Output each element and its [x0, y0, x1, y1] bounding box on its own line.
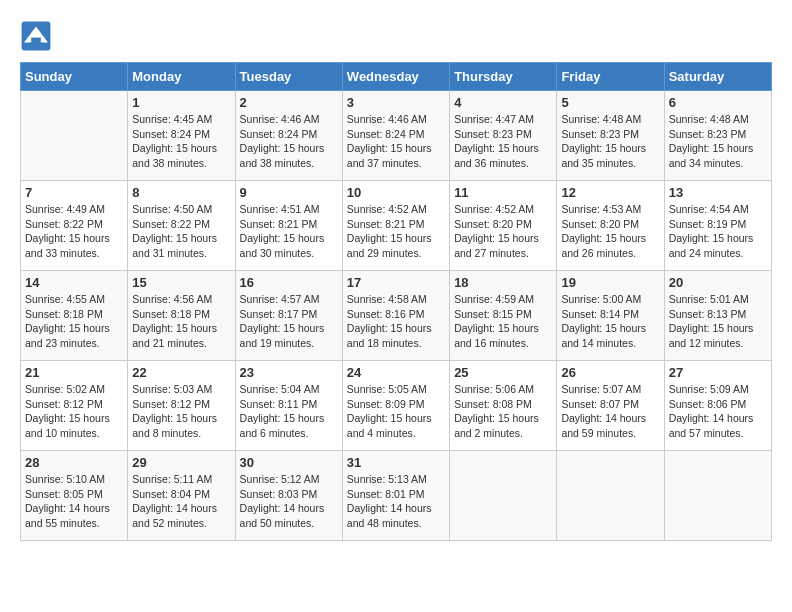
day-number: 3 — [347, 95, 445, 110]
calendar-cell: 3Sunrise: 4:46 AM Sunset: 8:24 PM Daylig… — [342, 91, 449, 181]
day-info: Sunrise: 4:57 AM Sunset: 8:17 PM Dayligh… — [240, 292, 338, 351]
day-number: 29 — [132, 455, 230, 470]
weekday-header-monday: Monday — [128, 63, 235, 91]
calendar-week-4: 21Sunrise: 5:02 AM Sunset: 8:12 PM Dayli… — [21, 361, 772, 451]
calendar-cell: 31Sunrise: 5:13 AM Sunset: 8:01 PM Dayli… — [342, 451, 449, 541]
calendar-cell — [664, 451, 771, 541]
day-info: Sunrise: 5:03 AM Sunset: 8:12 PM Dayligh… — [132, 382, 230, 441]
calendar-cell — [21, 91, 128, 181]
day-info: Sunrise: 4:55 AM Sunset: 8:18 PM Dayligh… — [25, 292, 123, 351]
day-info: Sunrise: 4:52 AM Sunset: 8:20 PM Dayligh… — [454, 202, 552, 261]
calendar-week-5: 28Sunrise: 5:10 AM Sunset: 8:05 PM Dayli… — [21, 451, 772, 541]
day-number: 16 — [240, 275, 338, 290]
day-number: 12 — [561, 185, 659, 200]
day-number: 22 — [132, 365, 230, 380]
day-number: 6 — [669, 95, 767, 110]
day-number: 26 — [561, 365, 659, 380]
calendar-cell: 16Sunrise: 4:57 AM Sunset: 8:17 PM Dayli… — [235, 271, 342, 361]
day-info: Sunrise: 5:05 AM Sunset: 8:09 PM Dayligh… — [347, 382, 445, 441]
calendar-cell: 24Sunrise: 5:05 AM Sunset: 8:09 PM Dayli… — [342, 361, 449, 451]
day-number: 27 — [669, 365, 767, 380]
day-info: Sunrise: 5:11 AM Sunset: 8:04 PM Dayligh… — [132, 472, 230, 531]
calendar-cell: 22Sunrise: 5:03 AM Sunset: 8:12 PM Dayli… — [128, 361, 235, 451]
day-number: 23 — [240, 365, 338, 380]
calendar-week-1: 1Sunrise: 4:45 AM Sunset: 8:24 PM Daylig… — [21, 91, 772, 181]
day-number: 28 — [25, 455, 123, 470]
day-number: 13 — [669, 185, 767, 200]
calendar-cell: 18Sunrise: 4:59 AM Sunset: 8:15 PM Dayli… — [450, 271, 557, 361]
calendar-cell: 15Sunrise: 4:56 AM Sunset: 8:18 PM Dayli… — [128, 271, 235, 361]
calendar-cell: 5Sunrise: 4:48 AM Sunset: 8:23 PM Daylig… — [557, 91, 664, 181]
calendar-cell: 14Sunrise: 4:55 AM Sunset: 8:18 PM Dayli… — [21, 271, 128, 361]
calendar-cell: 30Sunrise: 5:12 AM Sunset: 8:03 PM Dayli… — [235, 451, 342, 541]
calendar-cell: 11Sunrise: 4:52 AM Sunset: 8:20 PM Dayli… — [450, 181, 557, 271]
day-info: Sunrise: 4:46 AM Sunset: 8:24 PM Dayligh… — [240, 112, 338, 171]
day-number: 2 — [240, 95, 338, 110]
day-number: 17 — [347, 275, 445, 290]
calendar-cell: 8Sunrise: 4:50 AM Sunset: 8:22 PM Daylig… — [128, 181, 235, 271]
logo-icon — [20, 20, 52, 52]
day-info: Sunrise: 4:48 AM Sunset: 8:23 PM Dayligh… — [669, 112, 767, 171]
calendar-cell: 9Sunrise: 4:51 AM Sunset: 8:21 PM Daylig… — [235, 181, 342, 271]
calendar-week-3: 14Sunrise: 4:55 AM Sunset: 8:18 PM Dayli… — [21, 271, 772, 361]
day-info: Sunrise: 5:07 AM Sunset: 8:07 PM Dayligh… — [561, 382, 659, 441]
day-info: Sunrise: 5:01 AM Sunset: 8:13 PM Dayligh… — [669, 292, 767, 351]
calendar-body: 1Sunrise: 4:45 AM Sunset: 8:24 PM Daylig… — [21, 91, 772, 541]
calendar-cell — [557, 451, 664, 541]
day-number: 30 — [240, 455, 338, 470]
day-info: Sunrise: 4:50 AM Sunset: 8:22 PM Dayligh… — [132, 202, 230, 261]
day-info: Sunrise: 4:47 AM Sunset: 8:23 PM Dayligh… — [454, 112, 552, 171]
day-number: 14 — [25, 275, 123, 290]
day-number: 19 — [561, 275, 659, 290]
day-info: Sunrise: 5:00 AM Sunset: 8:14 PM Dayligh… — [561, 292, 659, 351]
day-info: Sunrise: 4:46 AM Sunset: 8:24 PM Dayligh… — [347, 112, 445, 171]
calendar-cell — [450, 451, 557, 541]
calendar-cell: 7Sunrise: 4:49 AM Sunset: 8:22 PM Daylig… — [21, 181, 128, 271]
day-number: 5 — [561, 95, 659, 110]
calendar-cell: 17Sunrise: 4:58 AM Sunset: 8:16 PM Dayli… — [342, 271, 449, 361]
day-number: 20 — [669, 275, 767, 290]
day-number: 4 — [454, 95, 552, 110]
calendar-cell: 25Sunrise: 5:06 AM Sunset: 8:08 PM Dayli… — [450, 361, 557, 451]
day-info: Sunrise: 4:58 AM Sunset: 8:16 PM Dayligh… — [347, 292, 445, 351]
calendar-cell: 29Sunrise: 5:11 AM Sunset: 8:04 PM Dayli… — [128, 451, 235, 541]
calendar-cell: 19Sunrise: 5:00 AM Sunset: 8:14 PM Dayli… — [557, 271, 664, 361]
weekday-header-row: SundayMondayTuesdayWednesdayThursdayFrid… — [21, 63, 772, 91]
day-number: 24 — [347, 365, 445, 380]
logo — [20, 20, 56, 52]
day-info: Sunrise: 5:12 AM Sunset: 8:03 PM Dayligh… — [240, 472, 338, 531]
day-info: Sunrise: 5:04 AM Sunset: 8:11 PM Dayligh… — [240, 382, 338, 441]
day-number: 18 — [454, 275, 552, 290]
day-number: 8 — [132, 185, 230, 200]
calendar-cell: 23Sunrise: 5:04 AM Sunset: 8:11 PM Dayli… — [235, 361, 342, 451]
day-number: 31 — [347, 455, 445, 470]
calendar-cell: 28Sunrise: 5:10 AM Sunset: 8:05 PM Dayli… — [21, 451, 128, 541]
weekday-header-tuesday: Tuesday — [235, 63, 342, 91]
day-info: Sunrise: 5:06 AM Sunset: 8:08 PM Dayligh… — [454, 382, 552, 441]
day-number: 10 — [347, 185, 445, 200]
weekday-header-saturday: Saturday — [664, 63, 771, 91]
calendar-cell: 27Sunrise: 5:09 AM Sunset: 8:06 PM Dayli… — [664, 361, 771, 451]
day-info: Sunrise: 4:56 AM Sunset: 8:18 PM Dayligh… — [132, 292, 230, 351]
page-header — [20, 20, 772, 52]
calendar-cell: 20Sunrise: 5:01 AM Sunset: 8:13 PM Dayli… — [664, 271, 771, 361]
day-info: Sunrise: 5:09 AM Sunset: 8:06 PM Dayligh… — [669, 382, 767, 441]
weekday-header-sunday: Sunday — [21, 63, 128, 91]
day-info: Sunrise: 4:52 AM Sunset: 8:21 PM Dayligh… — [347, 202, 445, 261]
day-number: 9 — [240, 185, 338, 200]
calendar-cell: 2Sunrise: 4:46 AM Sunset: 8:24 PM Daylig… — [235, 91, 342, 181]
day-info: Sunrise: 4:48 AM Sunset: 8:23 PM Dayligh… — [561, 112, 659, 171]
day-number: 25 — [454, 365, 552, 380]
calendar-header: SundayMondayTuesdayWednesdayThursdayFrid… — [21, 63, 772, 91]
day-number: 21 — [25, 365, 123, 380]
weekday-header-friday: Friday — [557, 63, 664, 91]
day-info: Sunrise: 4:59 AM Sunset: 8:15 PM Dayligh… — [454, 292, 552, 351]
weekday-header-thursday: Thursday — [450, 63, 557, 91]
day-info: Sunrise: 4:49 AM Sunset: 8:22 PM Dayligh… — [25, 202, 123, 261]
calendar-cell: 26Sunrise: 5:07 AM Sunset: 8:07 PM Dayli… — [557, 361, 664, 451]
calendar-week-2: 7Sunrise: 4:49 AM Sunset: 8:22 PM Daylig… — [21, 181, 772, 271]
calendar-cell: 13Sunrise: 4:54 AM Sunset: 8:19 PM Dayli… — [664, 181, 771, 271]
svg-rect-2 — [31, 38, 41, 48]
calendar-cell: 21Sunrise: 5:02 AM Sunset: 8:12 PM Dayli… — [21, 361, 128, 451]
calendar-cell: 10Sunrise: 4:52 AM Sunset: 8:21 PM Dayli… — [342, 181, 449, 271]
